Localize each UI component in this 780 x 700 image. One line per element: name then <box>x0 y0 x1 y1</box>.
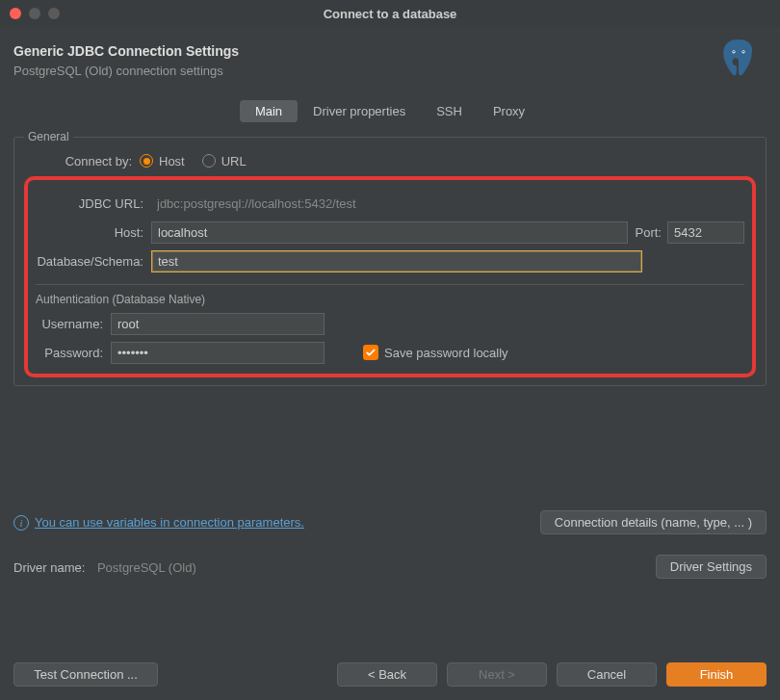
password-label: Password: <box>36 346 111 360</box>
svg-point-2 <box>733 51 734 52</box>
radio-on-icon <box>140 154 153 168</box>
connect-by-host-radio[interactable]: Host <box>140 154 185 169</box>
minimize-window-icon <box>29 8 40 19</box>
dialog-footer: Test Connection ... < Back Next > Cancel… <box>13 662 767 687</box>
dialog-header: Generic JDBC Connection Settings Postgre… <box>0 27 780 94</box>
driver-name-value: PostgreSQL (Old) <box>97 560 196 575</box>
maximize-window-icon <box>48 8 60 19</box>
page-subtitle: PostgreSQL (Old) connection settings <box>13 64 239 78</box>
svg-point-3 <box>742 51 743 52</box>
connect-by-url-label: URL <box>221 154 247 169</box>
save-password-label: Save password locally <box>384 346 508 360</box>
back-button[interactable]: < Back <box>337 662 437 687</box>
host-field[interactable] <box>151 221 628 244</box>
database-label: Database/Schema: <box>36 254 151 269</box>
general-legend: General <box>24 130 73 143</box>
test-connection-button[interactable]: Test Connection ... <box>13 662 158 687</box>
port-field[interactable] <box>667 221 744 244</box>
postgresql-logo-icon <box>716 37 761 85</box>
auth-group: Authentication (Database Native) Usernam… <box>36 284 744 364</box>
tab-main[interactable]: Main <box>240 100 298 122</box>
finish-button[interactable]: Finish <box>666 662 767 687</box>
jdbc-url-field <box>151 193 744 215</box>
info-icon: i <box>13 515 29 531</box>
database-field[interactable] <box>151 250 642 272</box>
connect-by-label: Connect by: <box>24 154 140 169</box>
connect-by-url-radio[interactable]: URL <box>202 154 247 169</box>
next-button: Next > <box>447 662 547 687</box>
variables-link[interactable]: You can use variables in connection para… <box>35 515 304 530</box>
close-window-icon[interactable] <box>10 8 21 19</box>
auth-legend: Authentication (Database Native) <box>36 293 744 306</box>
tab-ssh[interactable]: SSH <box>421 100 478 122</box>
username-label: Username: <box>36 317 111 331</box>
page-title: Generic JDBC Connection Settings <box>13 43 239 59</box>
host-label: Host: <box>36 225 151 240</box>
cancel-button[interactable]: Cancel <box>557 662 657 687</box>
tab-proxy[interactable]: Proxy <box>478 100 540 122</box>
checkbox-checked-icon <box>363 345 378 360</box>
save-password-checkbox[interactable]: Save password locally <box>363 345 508 360</box>
tab-driver-properties[interactable]: Driver properties <box>298 100 421 122</box>
connect-by-host-label: Host <box>159 154 185 169</box>
tab-bar: Main Driver properties SSH Proxy <box>0 100 780 122</box>
window-title: Connect to a database <box>10 7 770 21</box>
port-label: Port: <box>636 225 662 240</box>
username-field[interactable] <box>111 313 325 335</box>
radio-off-icon <box>202 154 216 168</box>
password-field[interactable] <box>111 342 325 364</box>
titlebar: Connect to a database <box>0 0 780 27</box>
connection-details-button[interactable]: Connection details (name, type, ... ) <box>540 510 767 534</box>
highlighted-section: JDBC URL: Host: Port: Database/Schema: A… <box>24 176 756 377</box>
driver-name-label: Driver name: <box>13 560 85 575</box>
general-group: General Connect by: Host URL JDBC URL: <box>13 130 767 386</box>
jdbc-url-label: JDBC URL: <box>36 196 151 211</box>
driver-settings-button[interactable]: Driver Settings <box>656 555 767 579</box>
window-controls <box>10 8 60 19</box>
